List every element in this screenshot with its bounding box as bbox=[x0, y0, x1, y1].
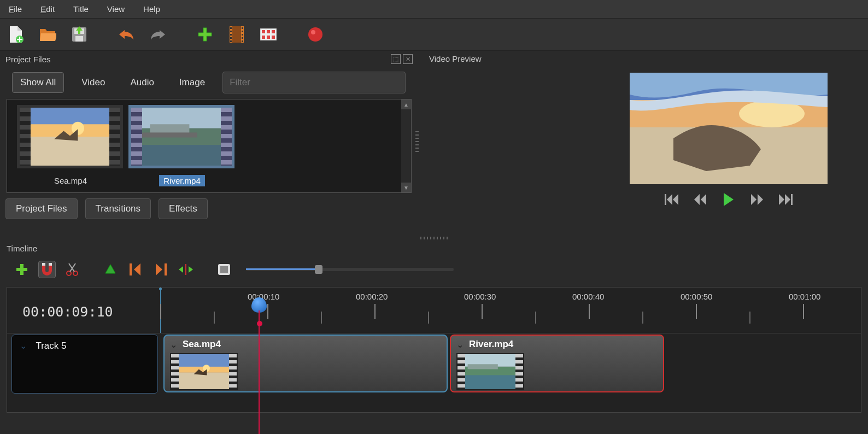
svg-rect-20 bbox=[262, 36, 265, 39]
menu-edit[interactable]: Edit bbox=[37, 2, 58, 16]
svg-rect-45 bbox=[165, 263, 167, 275]
tick-label: 00:00:40 bbox=[572, 292, 604, 301]
svg-rect-17 bbox=[262, 30, 265, 33]
zoom-slider[interactable] bbox=[246, 268, 454, 271]
svg-rect-9 bbox=[230, 37, 232, 39]
prev-marker-icon[interactable] bbox=[127, 261, 144, 278]
svg-rect-11 bbox=[242, 27, 243, 29]
svg-point-24 bbox=[311, 30, 315, 34]
current-time-display: 00:00:09:10 bbox=[22, 304, 113, 320]
timeline-clip[interactable]: ⌄ River.mp4 bbox=[450, 335, 664, 392]
svg-rect-15 bbox=[242, 40, 243, 42]
center-playhead-icon[interactable] bbox=[177, 261, 195, 278]
skip-start-icon[interactable] bbox=[663, 193, 681, 206]
svg-rect-44 bbox=[130, 263, 132, 275]
chevron-down-icon[interactable]: ⌄ bbox=[20, 341, 27, 350]
film-icon[interactable] bbox=[226, 24, 247, 45]
menu-help[interactable]: Help bbox=[140, 2, 163, 16]
play-icon[interactable] bbox=[720, 193, 737, 206]
tab-effects[interactable]: Effects bbox=[159, 198, 208, 219]
svg-rect-26 bbox=[31, 124, 109, 137]
scroll-down-icon[interactable]: ▼ bbox=[401, 183, 411, 192]
timeline-area[interactable]: 00:00:09:10 00:00:10 00:00:20 00:00:30 0… bbox=[7, 287, 861, 413]
skip-end-icon[interactable] bbox=[777, 193, 794, 206]
svg-rect-31 bbox=[142, 145, 221, 166]
add-icon[interactable] bbox=[195, 24, 215, 45]
tab-project-files[interactable]: Project Files bbox=[5, 198, 78, 219]
scroll-up-icon[interactable]: ▲ bbox=[401, 99, 411, 109]
record-icon[interactable] bbox=[305, 24, 326, 45]
menu-view[interactable]: View bbox=[104, 2, 128, 16]
menu-file[interactable]: File bbox=[5, 2, 25, 16]
tick-label: 00:00:20 bbox=[356, 292, 388, 301]
timeline-clip[interactable]: ⌄ Sea.mp4 bbox=[163, 335, 448, 392]
panel-splitter-horizontal[interactable] bbox=[420, 237, 448, 239]
tab-transitions[interactable]: Transitions bbox=[85, 198, 151, 219]
svg-rect-46 bbox=[185, 264, 186, 275]
track-header[interactable]: ⌄ Track 5 bbox=[11, 335, 158, 394]
storyboard-icon[interactable] bbox=[258, 24, 279, 45]
svg-rect-22 bbox=[272, 36, 275, 39]
chevron-down-icon[interactable]: ⌄ bbox=[456, 339, 464, 350]
marker-icon[interactable] bbox=[102, 261, 119, 278]
tick-label: 00:01:00 bbox=[789, 292, 820, 301]
svg-rect-33 bbox=[142, 132, 197, 137]
open-file-icon[interactable] bbox=[37, 24, 58, 45]
menu-title[interactable]: Title bbox=[70, 2, 92, 16]
preview-image bbox=[630, 73, 828, 184]
timeline-toolbar bbox=[5, 255, 863, 284]
svg-rect-8 bbox=[230, 34, 232, 36]
project-files-panel: Project Files ⬚ ✕ Show All Video Audio I… bbox=[0, 51, 418, 234]
transport-controls bbox=[630, 193, 828, 206]
svg-rect-27 bbox=[31, 137, 109, 166]
clip-name-label: Sea.mp4 bbox=[183, 339, 221, 350]
playhead[interactable] bbox=[259, 297, 274, 313]
snap-icon[interactable] bbox=[38, 261, 56, 278]
tick-label: 00:00:30 bbox=[464, 292, 496, 301]
timeline-label: Timeline bbox=[5, 242, 863, 255]
save-file-icon[interactable] bbox=[69, 24, 90, 45]
svg-rect-48 bbox=[220, 266, 228, 273]
svg-rect-38 bbox=[665, 194, 666, 205]
svg-rect-51 bbox=[179, 373, 229, 389]
svg-rect-3 bbox=[75, 36, 83, 42]
file-name-label: Sea.mp4 bbox=[50, 175, 91, 186]
filter-image-button[interactable]: Image bbox=[172, 73, 213, 92]
chevron-down-icon[interactable]: ⌄ bbox=[170, 339, 177, 350]
panel-undock-icon[interactable]: ⬚ bbox=[391, 54, 401, 64]
file-item[interactable]: River.mp4 bbox=[128, 103, 236, 189]
rewind-icon[interactable] bbox=[691, 193, 709, 206]
tick-label: 00:00:50 bbox=[681, 292, 712, 301]
main-toolbar bbox=[0, 18, 868, 51]
zoom-slider-handle[interactable] bbox=[315, 265, 322, 274]
video-preview-panel: Video Preview bbox=[418, 51, 868, 234]
new-file-icon[interactable] bbox=[5, 24, 26, 45]
svg-rect-40 bbox=[42, 263, 45, 266]
add-track-icon[interactable] bbox=[13, 261, 31, 278]
svg-rect-13 bbox=[242, 34, 243, 36]
svg-rect-10 bbox=[230, 40, 232, 42]
track-name-label: Track 5 bbox=[36, 341, 66, 351]
undo-icon[interactable] bbox=[116, 24, 137, 45]
svg-rect-55 bbox=[465, 375, 515, 389]
file-item[interactable]: Sea.mp4 bbox=[17, 103, 124, 189]
redo-icon[interactable] bbox=[148, 24, 168, 45]
track-row: ⌄ Track 5 ⌄ Sea.mp4 ⌄ bbox=[7, 333, 861, 395]
svg-rect-56 bbox=[468, 364, 498, 369]
timeline-panel: Timeline 00:00:09:10 00:00:10 00:00:20 0… bbox=[0, 242, 868, 413]
filter-audio-button[interactable]: Audio bbox=[122, 73, 161, 92]
files-scrollbar[interactable]: ▲ ▼ bbox=[401, 99, 411, 192]
svg-rect-19 bbox=[272, 30, 275, 33]
forward-icon[interactable] bbox=[748, 193, 766, 206]
zoom-fit-icon[interactable] bbox=[215, 261, 233, 278]
next-marker-icon[interactable] bbox=[152, 261, 169, 278]
filter-video-button[interactable]: Video bbox=[74, 73, 113, 92]
razor-icon[interactable] bbox=[63, 261, 81, 278]
filter-input[interactable] bbox=[222, 72, 406, 93]
filter-show-all-button[interactable]: Show All bbox=[12, 72, 64, 93]
video-preview-label: Video Preview bbox=[429, 54, 482, 63]
svg-rect-6 bbox=[230, 27, 232, 29]
svg-rect-18 bbox=[267, 30, 270, 33]
panel-close-icon[interactable]: ✕ bbox=[403, 54, 413, 64]
timeline-ruler[interactable]: 00:00:09:10 00:00:10 00:00:20 00:00:30 0… bbox=[7, 288, 861, 333]
